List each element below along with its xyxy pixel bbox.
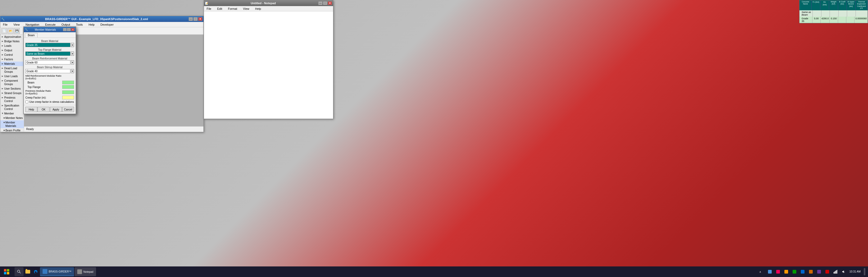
taskbar-item-brass-girder[interactable]: BRASS-GIRDER™ (40, 267, 74, 276)
notepad-restore-button[interactable]: □ (323, 1, 327, 5)
toolbar-open[interactable]: 📂 (8, 28, 13, 34)
ok-button[interactable]: OK (37, 107, 50, 112)
tray-icon-3[interactable] (782, 268, 790, 275)
tray-up-arrow[interactable]: ∧ (756, 268, 764, 275)
sidebar-item-dead-loads[interactable]: ► Dead Load Groups (0, 66, 24, 74)
sidebar-item-approximation[interactable]: ► Approximation (0, 35, 24, 39)
notepad-close-button[interactable]: ✕ (328, 1, 332, 5)
sidebar-item-output[interactable]: ► Output (0, 48, 24, 53)
notepad-minimize-button[interactable]: — (318, 1, 322, 5)
show-desktop-button[interactable] (864, 268, 865, 275)
sidebar-item-member[interactable]: ▼ Member (0, 111, 24, 116)
notepad-menu-view[interactable]: View (242, 7, 251, 11)
menu-navigation[interactable]: Navigation (24, 23, 41, 27)
system-clock[interactable]: 10:31 AM (849, 270, 861, 274)
menu-execute[interactable]: Execute (43, 23, 57, 27)
restore-button[interactable]: □ (193, 17, 197, 21)
tray-icon-4[interactable] (791, 268, 798, 275)
dialog-restore-button[interactable]: □ (67, 28, 71, 31)
minimize-button[interactable]: — (189, 17, 193, 21)
notepad-menu-format[interactable]: Format (226, 7, 239, 11)
mild-reinforcement-beam-input[interactable] (62, 81, 74, 84)
sidebar-item-factors[interactable]: ► Factors (0, 57, 24, 62)
notepad-window: 📝 Untitled - Notepad — □ ✕ File Edit For… (204, 0, 333, 119)
top-flange-material-selected-value[interactable]: Same as Beam (25, 51, 70, 56)
sidebar-item-member-notes[interactable]: ■ Member Notes (0, 116, 24, 120)
tray-icon-8[interactable] (824, 268, 831, 275)
tray-network-icon[interactable] (832, 268, 839, 275)
sidebar-item-user-loads[interactable]: ► User Loads (0, 74, 24, 78)
apply-button[interactable]: Apply (50, 107, 62, 112)
beam-stirrup-select-row: Grade 40 ▼ (25, 69, 74, 73)
tray-icon-7[interactable] (815, 268, 823, 275)
top-right-table: Concrete Name f'c (ksi) Ec (ksi) Weight(… (799, 0, 868, 23)
svg-rect-6 (834, 272, 834, 274)
close-main-button[interactable]: ✕ (198, 17, 203, 21)
taskbar-icon-explorer[interactable] (24, 268, 31, 275)
sidebar-item-loads[interactable]: ► Loads (0, 44, 24, 48)
sidebar-item-member-materials[interactable]: ■ Member Materials (0, 120, 24, 128)
main-titlebar: 🔧 BRASS-GIRDER™ GUI - Example_LFD_3SpanK… (0, 16, 204, 22)
help-button[interactable]: Help (25, 107, 37, 112)
sidebar-item-beam-profile[interactable]: ■ Beam Profile (0, 128, 24, 132)
sidebar-item-spec-control[interactable]: ► Specification Control (0, 103, 24, 111)
taskbar-item-search[interactable] (14, 267, 24, 276)
beam-material-selected-value[interactable]: Grade 35 (25, 43, 70, 47)
toolbar-new[interactable]: 📄 (1, 28, 7, 34)
row-ec-grade35: 4290.0 (820, 16, 830, 23)
taskbar-icon-edge[interactable] (32, 268, 39, 275)
start-button[interactable] (0, 267, 13, 277)
prestress-modular-input[interactable] (62, 91, 74, 94)
sidebar-item-materials[interactable]: ► Materials (0, 62, 24, 66)
menu-file[interactable]: File (1, 23, 9, 27)
cancel-button[interactable]: Cancel (62, 107, 74, 112)
top-flange-material-dropdown-arrow[interactable]: ▼ (71, 51, 74, 56)
row-thermal-same (856, 10, 868, 16)
sidebar-label-output: Output (4, 48, 12, 52)
sidebar-item-strand-groups[interactable]: ► Strand Groups (0, 91, 24, 95)
edge-icon (33, 269, 38, 274)
dialog-minimize-button[interactable]: — (63, 28, 67, 31)
sidebar-item-component-groups[interactable]: ► Component Groups (0, 78, 24, 86)
menu-tools[interactable]: Tools (74, 23, 84, 27)
beam-material-label: Beam Material (25, 39, 74, 43)
mild-reinforcement-topflange-input[interactable] (62, 85, 74, 89)
dialog-close-button[interactable]: ✕ (71, 28, 74, 31)
row-fc-grade35: 5.00 (812, 16, 820, 23)
sidebar-item-control[interactable]: ► Control (0, 53, 24, 57)
notepad-menu-edit[interactable]: Edit (216, 7, 224, 11)
tray-icon-6[interactable] (807, 268, 814, 275)
taskbar-item-notepad[interactable]: Notepad (74, 267, 96, 276)
tab-beam[interactable]: Beam (25, 33, 37, 38)
sidebar-item-bridge-notes[interactable]: ► Bridge Notes (0, 39, 24, 44)
beam-stirrup-selected-value[interactable]: Grade 40 (25, 69, 70, 73)
creep-checkbox[interactable] (25, 100, 28, 103)
table-row-grade35[interactable]: Grade 35 5.00 4290.0 0.150 0.0000060 (800, 16, 868, 23)
menu-view[interactable]: View (12, 23, 22, 27)
creep-checkbox-label: Use creep factor in stress calculations (29, 100, 74, 103)
dialog-footer: Help OK Apply Cancel (24, 105, 76, 114)
toolbar-save[interactable]: 💾 (14, 28, 20, 34)
creep-factor-input[interactable] (62, 96, 74, 99)
sidebar-item-user-sections[interactable]: ► User Sections (0, 86, 24, 91)
search-icon (17, 270, 21, 274)
tray-icon-2[interactable] (774, 268, 782, 275)
beam-stirrup-dropdown-arrow[interactable]: ▼ (71, 69, 74, 73)
menu-output[interactable]: Output (60, 23, 72, 27)
notepad-text-area[interactable] (204, 11, 333, 113)
tray-icon-5[interactable] (799, 268, 806, 275)
tray-icon-1[interactable] (766, 268, 774, 275)
beam-reinforcement-selected-value[interactable]: Grade 60 (25, 60, 70, 65)
menu-developer[interactable]: Developer (99, 23, 115, 27)
creep-factor-row: Creep Factor (m): (25, 96, 74, 99)
col-concrete-name: Concrete Name (800, 0, 812, 10)
sidebar-item-prestress-control[interactable]: ► Prestress Control (0, 95, 24, 103)
beam-material-dropdown-arrow[interactable]: ▼ (71, 43, 74, 47)
tray-volume-icon[interactable]: ) (840, 268, 847, 275)
notepad-menu-file[interactable]: File (205, 7, 213, 11)
sidebar-arrow-prestress: ► (1, 96, 4, 99)
sidebar: ► Approximation ► Bridge Notes ► Loads ►… (0, 35, 24, 132)
beam-reinforcement-dropdown-arrow[interactable]: ▼ (71, 60, 74, 65)
menu-help[interactable]: Help (87, 23, 96, 27)
notepad-menu-help[interactable]: Help (253, 7, 263, 11)
